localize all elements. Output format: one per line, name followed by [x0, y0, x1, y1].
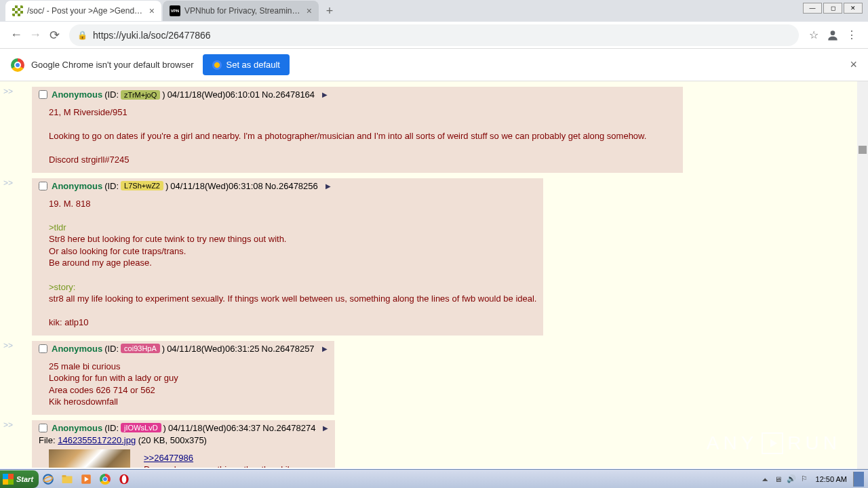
poster-name: Anonymous	[52, 423, 102, 433]
new-tab-button[interactable]: +	[320, 1, 339, 20]
tab-close-icon[interactable]: ×	[149, 5, 155, 16]
post-number[interactable]: No.26478274	[262, 423, 315, 433]
post: Anonymous (ID: L7Sh+wZ2 ) 04/11/18(Wed)0…	[32, 178, 543, 336]
chrome-logo-icon	[11, 58, 24, 72]
url-bar[interactable]: 🔒 https://yuki.la/soc/26477866	[69, 24, 799, 46]
post-menu-icon[interactable]: ▶	[322, 345, 328, 352]
id-label: (ID:	[104, 89, 119, 100]
tab-close-icon[interactable]: ×	[307, 5, 312, 16]
post-menu-icon[interactable]: ▶	[323, 424, 328, 432]
infobar-text: Google Chrome isn't your default browser	[31, 60, 193, 70]
poster-name: Anonymous	[52, 89, 102, 100]
minimize-button[interactable]: —	[803, 3, 822, 14]
tab-active[interactable]: /soc/ - Post your >Age >Gender >A ×	[5, 1, 161, 21]
close-button[interactable]: ✕	[844, 3, 863, 14]
nav-bar: ← → ⟳ 🔒 https://yuki.la/soc/26477866 ☆ ⋮	[0, 22, 868, 49]
file-info: File: 1462355517220.jpg (20 KB, 500x375)	[39, 435, 328, 445]
post-hide-arrows[interactable]: >>	[3, 87, 13, 96]
watermark-text-left: ANY	[707, 432, 758, 454]
post-checkbox[interactable]	[39, 344, 47, 353]
start-button[interactable]: Start	[0, 470, 39, 488]
tray-volume-icon[interactable]: 🔊	[786, 474, 797, 485]
post-hide-arrows[interactable]: >>	[3, 341, 13, 350]
taskbar-chrome-icon[interactable]	[97, 472, 113, 487]
profile-icon[interactable]	[823, 26, 842, 45]
page-content: >>Anonymous (ID: zTrM+joQ ) 04/11/18(Wed…	[0, 81, 868, 468]
post-checkbox[interactable]	[39, 90, 47, 99]
post-checkbox[interactable]	[39, 182, 47, 190]
windows-logo-icon	[3, 474, 14, 485]
post-body: 25 male bi curiousLooking for fun with a…	[49, 361, 328, 408]
watermark-text-right: RUN	[787, 432, 841, 454]
post-number[interactable]: No.26478164	[262, 89, 315, 100]
taskbar: Start ⏶ 🖥 🔊 ⚐ 12:50 AM	[0, 469, 868, 488]
show-desktop-button[interactable]	[853, 472, 864, 487]
id-label: (ID:	[104, 181, 119, 191]
reply-link[interactable]: >>26477986	[144, 453, 193, 463]
favicon-vpn: VPN	[170, 5, 180, 16]
play-icon	[762, 432, 783, 454]
post: Anonymous (ID: coi93HpA ) 04/11/18(Wed)0…	[32, 341, 334, 415]
svg-point-8	[122, 475, 127, 483]
maximize-button[interactable]: ◻	[823, 3, 842, 14]
svg-rect-3	[62, 476, 73, 483]
taskbar-ie-icon[interactable]	[40, 472, 56, 487]
tab-title: VPNhub for Privacy, Streaming and M	[184, 6, 302, 16]
tab-title: /soc/ - Post your >Age >Gender >A	[27, 6, 145, 16]
poster-id[interactable]: jIOWsLvD	[121, 423, 161, 432]
taskbar-media-icon[interactable]	[78, 472, 94, 487]
set-default-label: Set as default	[226, 60, 280, 70]
tray-network-icon[interactable]: 🖥	[773, 474, 784, 485]
taskbar-explorer-icon[interactable]	[59, 472, 75, 487]
post-hide-arrows[interactable]: >>	[3, 420, 13, 430]
post-header: Anonymous (ID: L7Sh+wZ2 ) 04/11/18(Wed)0…	[39, 181, 536, 191]
post: Anonymous (ID: jIOWsLvD ) 04/11/18(Wed)0…	[32, 420, 335, 468]
scrollbar-vertical[interactable]	[857, 81, 868, 469]
browser-chrome: /soc/ - Post your >Age >Gender >A × VPN …	[0, 0, 868, 81]
greentext: >story:	[49, 282, 75, 292]
favicon-4chan	[12, 5, 23, 16]
post-menu-icon[interactable]: ▶	[326, 182, 331, 190]
lock-icon: 🔒	[77, 30, 87, 40]
taskbar-opera-icon[interactable]	[116, 472, 132, 487]
info-bar: Google Chrome isn't your default browser…	[0, 49, 868, 81]
clock[interactable]: 12:50 AM	[812, 475, 851, 483]
bookmark-icon[interactable]: ☆	[804, 26, 823, 45]
poster-id[interactable]: coi93HpA	[121, 344, 160, 353]
tab-strip: /soc/ - Post your >Age >Gender >A × VPN …	[0, 0, 868, 22]
tray-flag-icon[interactable]: ⚐	[799, 474, 810, 485]
file-meta: (20 KB, 500x375)	[138, 435, 207, 445]
post-number[interactable]: No.26478257	[262, 344, 315, 354]
infobar-close-icon[interactable]: ×	[850, 58, 857, 72]
file-link[interactable]: 1462355517220.jpg	[58, 435, 136, 445]
id-label: (ID:	[104, 344, 119, 354]
system-tray: ⏶ 🖥 🔊 ⚐ 12:50 AM	[760, 472, 868, 487]
post-date: 04/11/18(Wed)06:31:08	[170, 181, 262, 191]
back-button[interactable]: ←	[7, 26, 26, 45]
post: Anonymous (ID: zTrM+joQ ) 04/11/18(Wed)0…	[32, 87, 683, 173]
forward-button[interactable]: →	[26, 26, 45, 45]
start-label: Start	[16, 475, 33, 483]
menu-icon[interactable]: ⋮	[842, 26, 861, 45]
tray-expand-icon[interactable]: ⏶	[760, 474, 771, 485]
svg-point-0	[831, 30, 835, 35]
post-date: 04/11/18(Wed)06:10:01	[167, 89, 260, 100]
greentext: >tldr	[49, 222, 66, 232]
poster-name: Anonymous	[52, 181, 102, 191]
reload-button[interactable]: ⟳	[45, 26, 64, 45]
post-menu-icon[interactable]: ▶	[322, 91, 328, 98]
post-number[interactable]: No.26478256	[265, 181, 318, 191]
poster-id[interactable]: zTrM+joQ	[121, 90, 160, 100]
thumbnail-image[interactable]	[49, 449, 130, 468]
post-hide-arrows[interactable]: >>	[3, 178, 13, 188]
post-date: 04/11/18(Wed)06:34:37	[168, 423, 260, 433]
svg-rect-4	[62, 475, 66, 477]
poster-name: Anonymous	[52, 344, 102, 354]
tab-inactive[interactable]: VPN VPNhub for Privacy, Streaming and M …	[163, 1, 319, 21]
poster-id[interactable]: L7Sh+wZ2	[121, 181, 163, 190]
post-checkbox[interactable]	[39, 424, 47, 432]
post-date: 04/11/18(Wed)06:31:25	[167, 344, 259, 354]
post-body: 19. M. 818>tldrStr8 here but looking for…	[49, 198, 536, 329]
set-default-button[interactable]: Set as default	[203, 54, 290, 75]
scrollbar-thumb[interactable]	[859, 146, 867, 154]
